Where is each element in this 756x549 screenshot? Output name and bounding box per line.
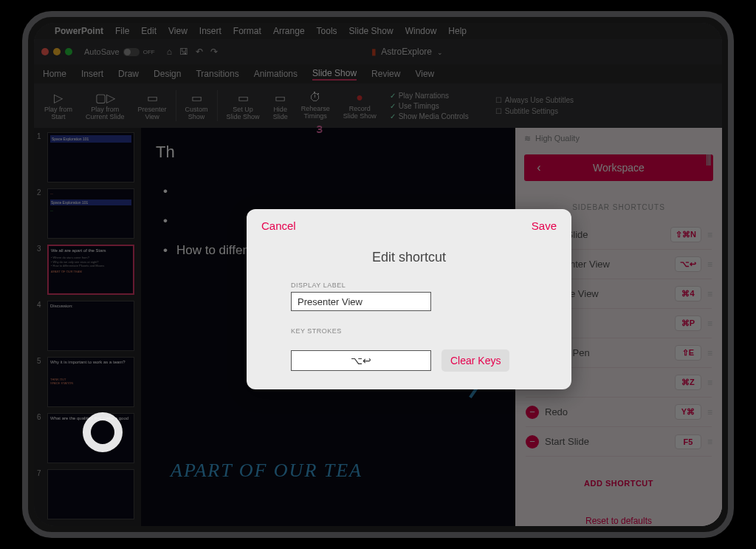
undo-icon[interactable]: ↶ — [196, 47, 203, 57]
key-badge: ⌘4 — [675, 286, 701, 301]
redo-icon[interactable]: ↷ — [210, 47, 218, 57]
menu-insert[interactable]: Insert — [199, 26, 221, 36]
doc-name: AstroExplore — [381, 47, 432, 57]
back-button[interactable]: ‹ — [524, 161, 554, 174]
tab-design[interactable]: Design — [154, 69, 181, 79]
add-shortcut-button[interactable]: ADD SHORTCUT — [515, 479, 722, 488]
thumb-num: 1 — [37, 132, 44, 183]
sidebar-status: High Quality — [515, 128, 722, 149]
clear-keys-button[interactable]: Clear Keys — [441, 349, 509, 372]
key-badge: F5 — [675, 434, 701, 449]
delete-icon[interactable]: − — [526, 406, 539, 419]
edit-shortcut-dialog: Cancel Save Edit shortcut DISPLAY LABEL … — [247, 209, 571, 389]
check-media-controls[interactable]: Show Media Controls — [390, 112, 469, 120]
drag-handle-icon[interactable]: ||| — [706, 153, 710, 166]
reset-defaults-button[interactable]: Reset to defaults — [515, 516, 722, 526]
record-slideshow-button[interactable]: ● Record Slide Show — [339, 91, 381, 120]
ipad-screen: PowerPoint File Edit View Insert Format … — [34, 23, 722, 526]
slide-thumb[interactable]: Space Exploration 101 — [47, 132, 134, 183]
custom-show-button[interactable]: ▭ Custom Show — [181, 91, 213, 121]
check-play-narrations[interactable]: Play Narrations — [390, 92, 469, 100]
play-icon: ▷ — [54, 91, 63, 105]
presenter-view-button[interactable]: ▭ Presenter View — [134, 91, 171, 121]
tab-review[interactable]: Review — [371, 69, 400, 79]
thumbnail-panel[interactable]: 1Space Exploration 101 2—Space Explorati… — [34, 128, 141, 526]
tab-view[interactable]: View — [415, 69, 434, 79]
keystrokes-input[interactable]: ⌥↩ — [291, 350, 431, 371]
grip-icon[interactable]: ≡ — [707, 289, 712, 299]
sketch-annotation: ɜ — [316, 120, 323, 137]
thumb-num: 3 — [37, 245, 44, 295]
custom-show-icon: ▭ — [191, 91, 202, 105]
menu-view[interactable]: View — [168, 26, 188, 36]
subtitle-settings-button[interactable]: Subtitle Settings — [495, 107, 574, 115]
hide-slide-button[interactable]: ▭ Hide Slide — [269, 91, 292, 121]
loading-ring-icon — [83, 412, 123, 452]
tab-draw[interactable]: Draw — [118, 69, 139, 79]
menu-slideshow[interactable]: Slide Show — [349, 26, 394, 36]
menu-tools[interactable]: Tools — [317, 26, 337, 36]
menu-help[interactable]: Help — [448, 26, 467, 36]
hide-slide-icon: ▭ — [275, 91, 286, 105]
menu-edit[interactable]: Edit — [141, 26, 157, 36]
grip-icon[interactable]: ≡ — [707, 348, 712, 358]
key-badge: ⇧⌘N — [670, 227, 701, 242]
save-button[interactable]: Save — [532, 219, 557, 232]
menu-arrange[interactable]: Arrange — [273, 26, 305, 36]
play-from-current-button[interactable]: ▢▷ Play from Current Slide — [81, 91, 129, 121]
slide-thumb[interactable]: —Space Exploration 101— — [47, 188, 134, 239]
tab-slideshow[interactable]: Slide Show — [312, 68, 357, 81]
menu-file[interactable]: File — [115, 26, 129, 36]
play-from-start-button[interactable]: ▷ Play from Start — [40, 91, 77, 121]
tab-transitions[interactable]: Transitions — [196, 69, 238, 79]
cancel-button[interactable]: Cancel — [261, 219, 296, 232]
check-use-timings[interactable]: Use Timings — [390, 102, 469, 110]
traffic-lights[interactable] — [41, 48, 72, 55]
minimize-icon[interactable] — [53, 48, 61, 55]
home-icon[interactable]: ⌂ — [167, 47, 172, 57]
autosave-label: AutoSave — [84, 47, 120, 56]
shortcut-row[interactable]: −RedoY⌘≡ — [526, 398, 712, 427]
sidebar-title: Workspace — [554, 162, 713, 174]
menu-window[interactable]: Window — [405, 26, 437, 36]
presenter-icon: ▭ — [147, 91, 158, 105]
sidebar-header: ‹ Workspace — [524, 154, 713, 181]
thumb-num: 5 — [37, 357, 44, 407]
delete-icon[interactable]: − — [526, 435, 539, 449]
check-subtitles[interactable]: Always Use Subtitles — [495, 96, 574, 104]
shortcut-row[interactable]: −Start SlideF5≡ — [526, 427, 712, 457]
thumb-num: 7 — [37, 469, 44, 519]
ribbon: ▷ Play from Start ▢▷ Play from Current S… — [34, 83, 722, 128]
display-label-input[interactable] — [291, 292, 431, 311]
tab-insert[interactable]: Insert — [81, 69, 103, 79]
slide-thumb[interactable] — [47, 469, 134, 519]
slide-thumb[interactable]: Discussion: — [47, 301, 134, 351]
close-icon[interactable] — [41, 48, 49, 55]
tab-animations[interactable]: Animations — [254, 69, 298, 79]
grip-icon[interactable]: ≡ — [707, 407, 712, 417]
app-name[interactable]: PowerPoint — [55, 26, 103, 36]
grip-icon[interactable]: ≡ — [707, 259, 712, 270]
handwriting-annotation: APART OF OUR TEA — [171, 460, 362, 482]
slide-thumb[interactable]: We all are apart of the Stars• Where do … — [47, 245, 134, 295]
wifi-icon — [524, 134, 531, 143]
grip-icon[interactable]: ≡ — [707, 437, 712, 447]
grip-icon[interactable]: ≡ — [707, 318, 712, 329]
key-badge: ⌘P — [675, 316, 701, 331]
chevron-down-icon[interactable]: ⌄ — [437, 49, 443, 56]
slide-heading: Th — [156, 143, 501, 162]
rehearse-timings-button[interactable]: ⏱ Rehearse Timings — [297, 91, 334, 120]
slide-thumb[interactable]: Why it is important to work as a team?TH… — [47, 357, 134, 407]
save-icon[interactable]: 🖫 — [179, 47, 188, 57]
menu-format[interactable]: Format — [233, 26, 261, 36]
thumb-num: 6 — [37, 413, 44, 463]
zoom-icon[interactable] — [65, 48, 72, 55]
setup-slideshow-button[interactable]: ▭ Set Up Slide Show — [222, 91, 264, 121]
document-title[interactable]: ▮ AstroExplore ⌄ — [224, 47, 591, 57]
grip-icon[interactable]: ≡ — [707, 230, 712, 240]
grip-icon[interactable]: ≡ — [707, 378, 712, 388]
toggle-icon[interactable] — [123, 48, 140, 56]
tab-home[interactable]: Home — [43, 69, 66, 79]
key-badge: ⌘Z — [675, 375, 701, 390]
autosave-toggle[interactable]: AutoSave OFF — [84, 47, 155, 56]
